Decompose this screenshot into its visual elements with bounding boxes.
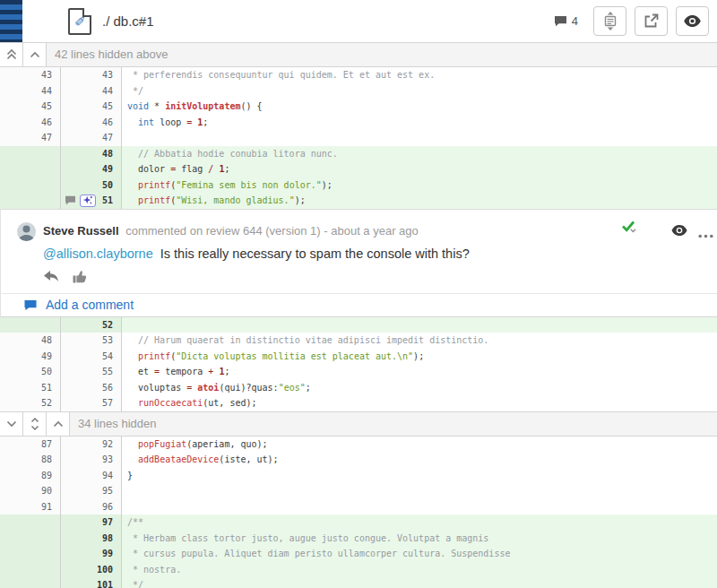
new-line-number[interactable]: 47 xyxy=(61,130,122,146)
new-line-number[interactable]: 98 xyxy=(61,531,122,547)
old-line-number[interactable] xyxy=(0,193,61,209)
new-line-number[interactable]: 50 xyxy=(61,177,122,194)
code-line: /** xyxy=(122,514,717,531)
expand-below-button[interactable] xyxy=(0,412,23,436)
new-line-number[interactable]: 93 xyxy=(61,452,122,468)
comment-text: Is this really necessary to spam the con… xyxy=(160,246,470,261)
old-line-number[interactable]: 52 xyxy=(0,395,61,411)
new-line-number[interactable]: 101 xyxy=(61,577,122,588)
mention-link[interactable]: @allison.clayborne xyxy=(43,246,153,261)
new-line-number[interactable]: 92 xyxy=(61,437,122,453)
comment-count: 4 xyxy=(572,14,578,28)
code-line: } xyxy=(122,468,717,484)
diff-row: 4646 int loop = 1; xyxy=(0,115,717,131)
code-line: * perferendis consequuntur qui quidem. E… xyxy=(122,67,717,83)
new-line-number[interactable]: 100 xyxy=(61,562,122,578)
code-line: et = tempora + 1; xyxy=(122,364,717,380)
new-line-number[interactable]: 44 xyxy=(61,83,122,99)
old-line-number[interactable]: 91 xyxy=(0,499,61,515)
avatar[interactable] xyxy=(17,222,36,241)
expand-all-above-button[interactable] xyxy=(0,43,23,66)
review-comment: Steve Russell commented on review 644 (v… xyxy=(0,209,717,293)
code-line xyxy=(122,499,717,515)
diff-row: 48 // Abbatia hodie conubia litora nunc. xyxy=(0,146,717,162)
expand-all-middle-button[interactable] xyxy=(23,412,47,436)
old-line-number[interactable]: 88 xyxy=(0,452,61,468)
new-line-number[interactable]: 46 xyxy=(61,115,122,131)
comment-bubble-icon[interactable] xyxy=(65,195,76,205)
old-line-number[interactable] xyxy=(0,514,61,531)
expand-above-button[interactable] xyxy=(47,412,70,436)
diff-row: 4545void * initVoluptatem() { xyxy=(0,99,717,115)
old-line-number[interactable] xyxy=(0,177,61,194)
old-line-number[interactable] xyxy=(0,531,61,547)
diff-row: 8792 popFugiat(aperiam, quo); xyxy=(0,437,717,453)
comment-count-indicator[interactable]: 4 xyxy=(554,14,578,28)
code-line: runOccaecati(ut, sed); xyxy=(122,395,717,411)
expand-some-above-button[interactable] xyxy=(23,43,47,66)
add-comment-row[interactable]: Add a comment xyxy=(0,293,717,317)
new-line-number[interactable]: 54 xyxy=(61,349,122,365)
old-line-number[interactable]: 46 xyxy=(0,115,61,131)
code-line: dolor = flag / 1; xyxy=(122,161,717,177)
new-line-number[interactable]: 53 xyxy=(61,333,122,349)
resolved-status-button[interactable] xyxy=(621,220,641,240)
double-chevron-up-icon xyxy=(6,49,17,60)
diff-row: 4954 printf("Dicta voluptas mollitia est… xyxy=(0,349,717,365)
visibility-button[interactable] xyxy=(676,6,709,36)
old-line-number[interactable]: 51 xyxy=(0,380,61,396)
old-line-number[interactable] xyxy=(0,562,61,578)
new-line-number[interactable]: 99 xyxy=(61,546,122,562)
comment-actions xyxy=(44,270,87,287)
new-line-number[interactable]: 94 xyxy=(61,468,122,484)
diff-row: 101 */ xyxy=(0,577,717,588)
old-line-number[interactable]: 49 xyxy=(0,349,61,365)
old-line-number[interactable]: 50 xyxy=(0,364,61,380)
more-options-icon xyxy=(698,234,713,238)
new-line-number[interactable]: 51 xyxy=(61,193,122,209)
chevron-up-icon xyxy=(53,420,64,428)
diff-chunk-c: 8792 popFugiat(aperiam, quo);8893 addBea… xyxy=(0,437,717,588)
old-line-number[interactable]: 87 xyxy=(0,437,61,453)
old-line-number[interactable] xyxy=(0,161,61,177)
new-line-number[interactable]: 97 xyxy=(61,514,122,531)
like-button[interactable] xyxy=(73,270,87,287)
new-line-number[interactable]: 56 xyxy=(61,380,122,396)
new-line-number[interactable]: 55 xyxy=(61,364,122,380)
comment-bubble-icon xyxy=(23,299,38,311)
old-line-number[interactable]: 48 xyxy=(0,333,61,349)
old-line-number[interactable]: 90 xyxy=(0,483,61,499)
code-line: void * initVoluptatem() { xyxy=(122,99,717,115)
new-line-number[interactable]: 48 xyxy=(61,146,122,162)
old-line-number[interactable]: 43 xyxy=(0,67,61,83)
chevron-down-icon xyxy=(6,420,17,428)
old-line-number[interactable] xyxy=(0,146,61,162)
new-line-number[interactable]: 95 xyxy=(61,483,122,499)
new-line-number[interactable]: 43 xyxy=(61,67,122,83)
old-line-number[interactable] xyxy=(0,546,61,562)
old-line-number[interactable]: 89 xyxy=(0,468,61,484)
reply-button[interactable] xyxy=(44,270,59,287)
watch-comment-button[interactable] xyxy=(671,223,687,239)
old-line-number[interactable] xyxy=(0,317,61,333)
new-line-number[interactable]: 49 xyxy=(61,161,122,177)
comment-author[interactable]: Steve Russell xyxy=(43,224,119,238)
new-line-number[interactable]: 57 xyxy=(61,395,122,411)
ai-sparkle-badge[interactable] xyxy=(80,195,96,207)
old-line-number[interactable]: 45 xyxy=(0,99,61,115)
open-in-new-window-button[interactable] xyxy=(635,6,668,36)
diff-row: 100 * nostra. xyxy=(0,562,717,578)
new-line-number[interactable]: 52 xyxy=(61,317,122,333)
old-line-number[interactable]: 47 xyxy=(0,130,61,146)
old-line-number[interactable] xyxy=(0,577,61,588)
comment-bubble-icon xyxy=(554,15,567,27)
new-line-number[interactable]: 96 xyxy=(61,499,122,515)
new-line-number[interactable]: 45 xyxy=(61,99,122,115)
reply-icon xyxy=(44,271,59,282)
more-options-button[interactable] xyxy=(698,226,713,242)
diff-row: 4853 // Harum quaerat in distinctio vita… xyxy=(0,333,717,349)
old-line-number[interactable]: 44 xyxy=(0,83,61,99)
drag-handle[interactable] xyxy=(0,0,22,42)
expand-collapse-file-button[interactable] xyxy=(593,6,626,36)
add-comment-link[interactable]: Add a comment xyxy=(46,298,134,312)
